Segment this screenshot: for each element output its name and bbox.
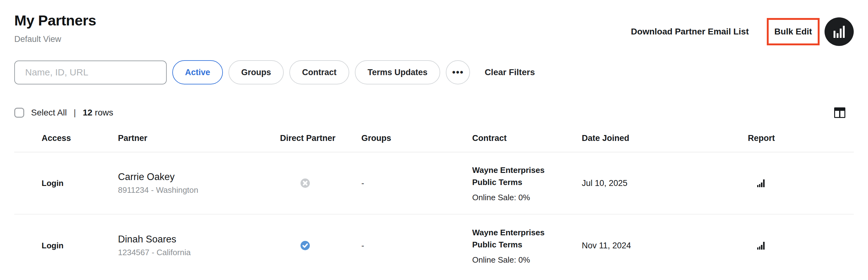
title-block: My Partners Default View xyxy=(14,12,96,44)
partner-id-location: 8911234 - Washington xyxy=(118,185,280,195)
report-cell xyxy=(748,179,854,187)
bar-chart-icon xyxy=(833,26,845,38)
clear-filters-button[interactable]: Clear Filters xyxy=(485,67,535,77)
column-header-partner: Partner xyxy=(118,133,280,143)
report-button[interactable] xyxy=(757,179,766,187)
direct-partner-cell xyxy=(280,241,361,250)
report-button[interactable] xyxy=(757,241,766,250)
access-login-link[interactable]: Login xyxy=(14,241,118,250)
filter-pill-groups[interactable]: Groups xyxy=(228,60,284,85)
contract-name: Wayne Enterprises Public Terms xyxy=(472,164,567,188)
columns-layout-icon[interactable] xyxy=(834,107,845,118)
header-actions: Download Partner Email List Bulk Edit xyxy=(631,12,854,52)
column-header-report: Report xyxy=(748,133,854,143)
bar-chart-icon xyxy=(757,179,766,187)
search-input[interactable] xyxy=(14,61,167,85)
contract-online-sale: Online Sale: 0% xyxy=(472,193,582,203)
partner-name-link[interactable]: Carrie Oakey xyxy=(118,172,280,183)
view-subtitle: Default View xyxy=(14,34,96,44)
partner-cell: Dinah Soares 1234567 - California xyxy=(118,234,280,257)
date-joined-value: Jul 10, 2025 xyxy=(582,179,748,188)
rows-label: rows xyxy=(95,108,113,118)
row-count: 12 xyxy=(83,108,92,118)
column-header-date-joined: Date Joined xyxy=(582,133,748,143)
table-row: Login Dinah Soares 1234567 - California … xyxy=(14,215,854,277)
ellipsis-icon: ••• xyxy=(452,67,464,77)
date-joined-value: Nov 11, 2024 xyxy=(582,241,748,250)
report-cell xyxy=(748,241,854,250)
contract-name: Wayne Enterprises Public Terms xyxy=(472,227,567,251)
filter-pill-active[interactable]: Active xyxy=(172,60,223,85)
direct-partner-cell xyxy=(280,179,361,188)
select-all-checkbox[interactable] xyxy=(14,108,24,118)
table-row: Login Carrie Oakey 8911234 - Washington … xyxy=(14,152,854,215)
partners-table: Access Partner Direct Partner Groups Con… xyxy=(14,118,854,277)
table-body: Login Carrie Oakey 8911234 - Washington … xyxy=(14,152,854,277)
selection-bar: Select All | 12 rows xyxy=(0,107,868,118)
select-all-label: Select All xyxy=(31,108,67,118)
access-login-link[interactable]: Login xyxy=(14,179,118,188)
column-header-direct-partner: Direct Partner xyxy=(280,133,361,143)
analytics-fab-button[interactable] xyxy=(825,18,854,46)
partner-id-location: 1234567 - California xyxy=(118,248,280,257)
column-header-groups: Groups xyxy=(361,133,472,143)
groups-value: - xyxy=(361,241,472,250)
bulk-edit-button[interactable]: Bulk Edit xyxy=(774,27,812,37)
page-header: My Partners Default View Download Partne… xyxy=(0,0,868,52)
partner-name-link[interactable]: Dinah Soares xyxy=(118,234,280,245)
partner-cell: Carrie Oakey 8911234 - Washington xyxy=(118,172,280,195)
filter-bar: Active Groups Contract Terms Updates •••… xyxy=(0,60,868,85)
filter-pill-contract[interactable]: Contract xyxy=(289,60,349,85)
page-title: My Partners xyxy=(14,12,96,29)
download-partner-email-list-link[interactable]: Download Partner Email List xyxy=(631,27,749,37)
column-header-contract: Contract xyxy=(472,133,582,143)
my-partners-page: My Partners Default View Download Partne… xyxy=(0,0,868,280)
bulk-edit-highlight-box: Bulk Edit xyxy=(767,18,819,45)
contract-cell: Wayne Enterprises Public Terms Online Sa… xyxy=(472,227,582,265)
separator: | xyxy=(73,108,76,118)
contract-online-sale: Online Sale: 0% xyxy=(472,255,582,265)
contract-cell: Wayne Enterprises Public Terms Online Sa… xyxy=(472,164,582,203)
column-header-access: Access xyxy=(14,133,118,143)
groups-value: - xyxy=(361,179,472,188)
check-circle-icon xyxy=(301,241,310,250)
filter-pill-terms-updates[interactable]: Terms Updates xyxy=(355,60,440,85)
bar-chart-icon xyxy=(757,241,766,250)
more-filters-button[interactable]: ••• xyxy=(446,60,470,85)
table-header-row: Access Partner Direct Partner Groups Con… xyxy=(14,118,854,152)
x-circle-icon xyxy=(301,179,310,188)
